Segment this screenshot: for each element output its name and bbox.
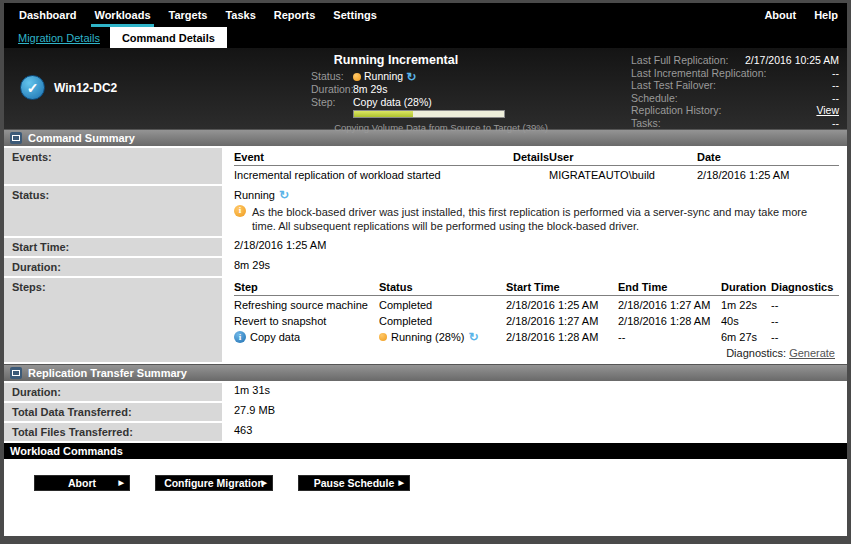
duration-label: Duration: (311, 83, 353, 96)
event-name: Incremental replication of workload star… (234, 166, 513, 183)
status-note: i As the block-based driver was just ins… (234, 205, 839, 234)
status-label: Status: (311, 70, 353, 83)
steps-label: Steps: (4, 278, 222, 362)
steps-col-step: Step (234, 279, 379, 296)
schedule-value: -- (832, 92, 839, 105)
pause-schedule-button[interactable]: Pause Schedule ▶ (298, 475, 410, 491)
tab-bar: Migration Details Command Details (4, 27, 847, 48)
last-full-replication-value: 2/17/2016 10:25 AM (745, 54, 839, 67)
abort-button[interactable]: Abort ▶ (34, 475, 130, 491)
progress-fill (354, 111, 413, 117)
total-data-value: 27.9 MB (222, 403, 847, 421)
events-row: Events: Event Details User Date Incremen… (4, 148, 847, 184)
events-col-event: Event (234, 149, 513, 166)
step-diagnostics: -- (771, 328, 839, 344)
step-diagnostics: -- (771, 295, 839, 312)
step-start: 2/18/2016 1:28 AM (506, 328, 618, 344)
steps-col-status: Status (379, 279, 506, 296)
step-row: Refreshing source machine Completed 2/18… (234, 295, 839, 312)
workload-identity: ✓ Win12-DC2 (20, 75, 117, 100)
step-duration: 6m 27s (721, 328, 771, 344)
nav-workloads[interactable]: Workloads (85, 3, 159, 27)
arrow-right-icon: ▶ (262, 479, 267, 486)
duration-value: 8m 29s (353, 83, 387, 96)
nav-settings[interactable]: Settings (324, 3, 385, 27)
transfer-duration-row: Duration: 1m 31s (4, 383, 847, 401)
nav-reports[interactable]: Reports (265, 3, 325, 27)
events-col-details: Details (513, 149, 549, 166)
step-diagnostics: -- (771, 312, 839, 328)
step-label: Step: (311, 96, 353, 109)
step-start: 2/18/2016 1:27 AM (506, 312, 618, 328)
events-table: Event Details User Date Incremental repl… (234, 149, 839, 182)
event-details (513, 166, 549, 183)
tab-command-details[interactable]: Command Details (110, 27, 227, 48)
generate-diagnostics-link[interactable]: Generate (789, 347, 835, 359)
warning-info-icon: i (234, 205, 246, 217)
copy-progress-bar (353, 110, 505, 118)
replication-history-label: Replication History: (631, 104, 721, 117)
duration-row-value: 8m 29s (222, 258, 847, 276)
workload-check-icon: ✓ (20, 75, 45, 100)
step-name: Copy data (250, 331, 300, 343)
start-time-value: 2/18/2016 1:25 AM (222, 238, 847, 256)
section-icon (10, 367, 22, 379)
app-window: Dashboard Workloads Targets Tasks Report… (0, 0, 851, 544)
step-status: Running (28%) (391, 331, 464, 343)
last-incremental-replication-label: Last Incremental Replication: (631, 67, 766, 80)
command-status-value: Running (234, 189, 275, 201)
configure-migration-button[interactable]: Configure Migration ▶ (155, 475, 273, 491)
events-col-date: Date (697, 149, 839, 166)
status-amber-dot-icon (379, 333, 387, 341)
tasks-label: Tasks: (631, 117, 661, 130)
status-note-text: As the block-based driver was just insta… (252, 205, 833, 234)
event-date: 2/18/2016 1:25 AM (697, 166, 839, 183)
step-status: Completed (379, 312, 506, 328)
steps-col-diagnostics: Diagnostics (771, 279, 839, 296)
steps-col-duration: Duration (721, 279, 771, 296)
status-value: Running (364, 70, 403, 83)
replication-history-view-link[interactable]: View (816, 104, 839, 117)
configure-migration-button-label: Configure Migration (164, 477, 264, 489)
section-icon (10, 132, 22, 144)
step-status: Completed (379, 295, 506, 312)
arrow-right-icon: ▶ (399, 479, 404, 486)
diagnostics-label: Diagnostics: (726, 347, 786, 359)
events-col-user: User (549, 149, 697, 166)
status-amber-dot-icon (353, 73, 361, 81)
nav-about[interactable]: About (755, 3, 805, 27)
nav-dashboard[interactable]: Dashboard (10, 3, 85, 27)
progress-caption: Copying Volume Data from Source to Targe… (311, 122, 571, 133)
total-files-label: Total Files Transferred: (4, 423, 222, 441)
abort-button-label: Abort (68, 477, 96, 489)
step-duration: 1m 22s (721, 295, 771, 312)
total-data-row: Total Data Transferred: 27.9 MB (4, 403, 847, 421)
workload-commands-header: Workload Commands (4, 443, 847, 459)
transfer-summary-title: Replication Transfer Summary (28, 367, 187, 379)
start-time-label: Start Time: (4, 238, 222, 256)
step-row: i Copy data Running (28%) ↻ 2/18/2016 1:… (234, 328, 839, 344)
transfer-duration-value: 1m 31s (222, 383, 847, 401)
status-row: Status: Running ↻ i As the block-based d… (4, 186, 847, 236)
nav-targets[interactable]: Targets (160, 3, 217, 27)
nav-help[interactable]: Help (805, 3, 847, 27)
steps-table: Step Status Start Time End Time Duration… (234, 279, 839, 344)
pause-schedule-button-label: Pause Schedule (314, 477, 395, 489)
step-start: 2/18/2016 1:25 AM (506, 295, 618, 312)
last-incremental-replication-value: -- (832, 67, 839, 80)
step-end: 2/18/2016 1:27 AM (618, 295, 721, 312)
transfer-duration-label: Duration: (4, 383, 222, 401)
start-time-row: Start Time: 2/18/2016 1:25 AM (4, 238, 847, 256)
command-buttons: Abort ▶ Configure Migration ▶ Pause Sche… (4, 459, 847, 491)
last-full-replication-label: Last Full Replication: (631, 54, 728, 67)
arrow-right-icon: ▶ (119, 479, 124, 486)
step-end: -- (618, 328, 721, 344)
duration-row: Duration: 8m 29s (4, 258, 847, 276)
step-name: Refreshing source machine (234, 295, 379, 312)
duration-row-label: Duration: (4, 258, 222, 276)
nav-tasks[interactable]: Tasks (216, 3, 264, 27)
last-test-failover-value: -- (832, 79, 839, 92)
tab-migration-details[interactable]: Migration Details (8, 27, 110, 48)
total-files-row: Total Files Transferred: 463 (4, 423, 847, 441)
step-end: 2/18/2016 1:28 AM (618, 312, 721, 328)
